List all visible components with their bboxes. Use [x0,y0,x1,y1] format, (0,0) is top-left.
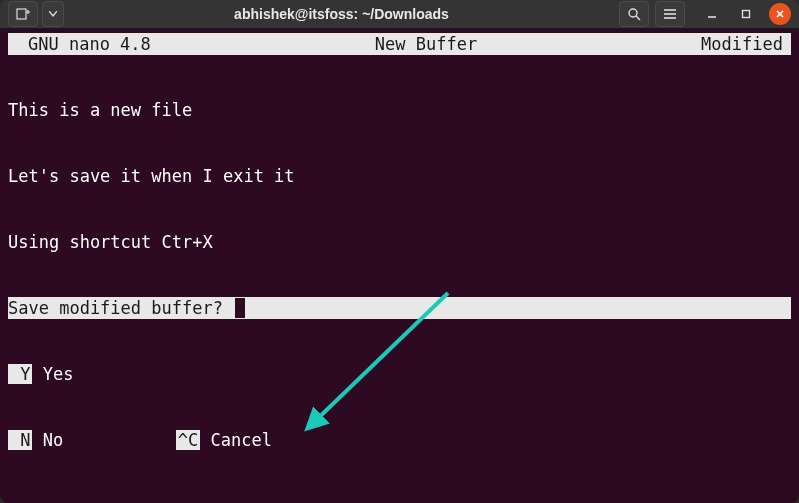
yes-shortcut-key: Y [8,364,32,384]
close-button[interactable] [769,3,791,25]
editor-line: Using shortcut Ctr+X [8,231,791,253]
svg-point-3 [629,9,637,17]
new-tab-icon [16,7,30,21]
minimize-icon [707,9,717,19]
maximize-button[interactable] [735,3,757,25]
tab-dropdown-button[interactable] [42,1,64,27]
editor-line: This is a new file [8,99,791,121]
save-prompt-bar: Save modified buffer? [8,297,791,319]
cancel-shortcut-label: Cancel [200,430,272,450]
editor-content: This is a new file Let's save it when I … [8,55,791,297]
nano-modified-indicator: Modified [701,33,791,55]
maximize-icon [741,9,751,19]
minimize-button[interactable] [701,3,723,25]
svg-rect-0 [17,9,26,19]
window-titlebar: abhishek@itsfoss: ~/Downloads [0,0,799,29]
svg-rect-9 [743,11,750,18]
cancel-shortcut-key: ^C [176,430,200,450]
nano-version: GNU nano 4.8 [8,33,151,55]
search-button[interactable] [619,1,649,27]
nano-header-bar: GNU nano 4.8 New Buffer Modified [8,33,791,55]
hamburger-icon [663,8,677,20]
yes-shortcut-label: Yes [32,364,73,384]
hamburger-menu-button[interactable] [655,1,685,27]
terminal-area[interactable]: GNU nano 4.8 New Buffer Modified This is… [0,29,799,503]
help-spacing [63,430,176,450]
no-shortcut-key: N [8,430,32,450]
search-icon [627,7,641,21]
no-shortcut-label: No [32,430,63,450]
window-title: abhishek@itsfoss: ~/Downloads [72,6,611,22]
editor-line: Let's save it when I exit it [8,165,791,187]
svg-line-4 [636,16,640,20]
cursor [235,298,245,318]
save-prompt-text: Save modified buffer? [8,297,233,319]
nano-help-bar: Y Yes N No ^C Cancel [8,319,791,495]
new-tab-button[interactable] [8,1,38,27]
nano-buffer-name: New Buffer [151,33,701,55]
chevron-down-icon [49,11,57,17]
close-icon [775,9,785,19]
